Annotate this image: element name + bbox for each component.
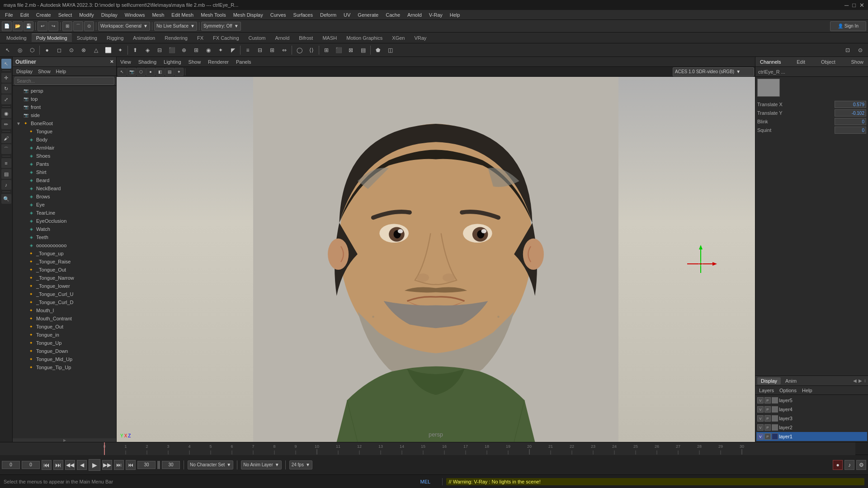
layer3-vis-btn[interactable]: V xyxy=(757,415,764,422)
menu-meshtools[interactable]: Mesh Tools xyxy=(198,11,229,19)
anim-settings-btn[interactable]: ⚙ xyxy=(856,460,866,470)
outliner-item-beard[interactable]: ◈ Beard xyxy=(13,176,116,184)
playback-goto-start[interactable]: ⏮ xyxy=(42,460,52,470)
outliner-item-mouth-l[interactable]: ✦ Mouth_l xyxy=(13,306,116,314)
ic-target-weld[interactable]: ⊞ xyxy=(190,45,202,56)
ic-fill-hole[interactable]: ⬛ xyxy=(166,45,178,56)
tb-new[interactable]: 📄 xyxy=(2,21,12,31)
outliner-item-tearline[interactable]: ◈ TearLine xyxy=(13,209,116,217)
tab-animation[interactable]: Animation xyxy=(128,34,160,42)
ic-wedge[interactable]: ◤ xyxy=(227,45,239,56)
channel-ty-input[interactable] xyxy=(835,109,866,117)
menu-file[interactable]: File xyxy=(2,11,16,19)
tb-undo[interactable]: ↩ xyxy=(38,21,47,31)
ic-sphere[interactable]: ● xyxy=(41,45,53,56)
tab-vray[interactable]: VRay xyxy=(410,34,431,42)
menu-surfaces[interactable]: Surfaces xyxy=(290,11,316,19)
ic-offset[interactable]: ⊟ xyxy=(254,45,266,56)
lt-select-tool[interactable]: ↖ xyxy=(1,59,11,69)
dp-menu-options[interactable]: Options xyxy=(778,388,798,393)
minimize-btn[interactable]: ─ xyxy=(844,2,849,9)
menu-arnold[interactable]: Arnold xyxy=(404,11,425,19)
channels-tab[interactable]: Channels xyxy=(758,59,783,65)
layer1-vis-btn[interactable]: V xyxy=(757,433,764,440)
menu-uv[interactable]: UV xyxy=(340,11,354,19)
ic-cube[interactable]: ◻ xyxy=(53,45,65,56)
layer5-vis-btn[interactable]: V xyxy=(757,397,764,404)
tb-snap-grid[interactable]: ⊞ xyxy=(62,21,72,31)
outliner-search-input[interactable] xyxy=(14,77,114,85)
outliner-item-tongue-up[interactable]: ✦ _Tongue_up xyxy=(13,249,116,258)
range-handle[interactable] xyxy=(157,461,160,469)
lt-rotate[interactable]: ↻ xyxy=(1,84,11,94)
tab-bifrost[interactable]: Bifrost xyxy=(294,34,317,42)
outliner-item-tongue-lower[interactable]: ✦ _Tongue_lower xyxy=(13,282,116,290)
ic-xray[interactable]: ◫ xyxy=(384,45,396,56)
ic-light[interactable]: ✦ xyxy=(114,45,126,56)
playback-goto-end[interactable]: ⏮ xyxy=(126,460,136,470)
sound-btn[interactable]: ♪ xyxy=(844,460,854,470)
vp-menu-shading[interactable]: Shading xyxy=(137,59,158,65)
ic-planar[interactable]: ▤ xyxy=(357,45,369,56)
ic-snap-view[interactable]: ⊡ xyxy=(842,45,854,56)
ic-paint[interactable]: ⬡ xyxy=(26,45,38,56)
tb-sign-in[interactable]: 👤 Sign In xyxy=(830,21,866,31)
menu-editmesh[interactable]: Edit Mesh xyxy=(168,11,197,19)
tab-modeling[interactable]: Modeling xyxy=(2,34,31,42)
viewport-canvas[interactable]: persp Y X Z xyxy=(117,77,755,442)
edit-tab[interactable]: Edit xyxy=(795,59,807,65)
outliner-item-tongue-raise[interactable]: ✦ _Tongue_Raise xyxy=(13,258,116,266)
playback-forward[interactable]: ▶▶ xyxy=(102,460,112,470)
auto-key-btn[interactable]: ● xyxy=(833,460,843,470)
outliner-item-teeth[interactable]: ◈ Teeth xyxy=(13,233,116,241)
layer1-pick-btn[interactable]: P xyxy=(764,433,771,440)
ic-bevel[interactable]: ◈ xyxy=(142,45,153,56)
tab-xgen[interactable]: XGen xyxy=(387,34,409,42)
vp-tb-xray[interactable]: ◧ xyxy=(156,68,165,76)
menu-create[interactable]: Create xyxy=(33,11,54,19)
outliner-item-neckbeard[interactable]: ◈ NeckBeard xyxy=(13,184,116,192)
outliner-item-eyeocclusion[interactable]: ◈ EyeOcclusion xyxy=(13,217,116,225)
outliner-item-tongue[interactable]: ✦ Tongue xyxy=(13,127,116,136)
outliner-item-tongue-tip-up[interactable]: ✦ Tongue_Tip_Up xyxy=(13,363,116,371)
ic-smooth[interactable]: ◯ xyxy=(293,45,305,56)
outliner-item-persp[interactable]: 📷 persp xyxy=(13,87,116,95)
maximize-btn[interactable]: □ xyxy=(852,2,856,9)
no-anim-layer-dropdown[interactable]: No Anim Layer ▼ xyxy=(241,460,282,469)
outliner-item-front[interactable]: 📷 front xyxy=(13,103,116,111)
workspace-dropdown[interactable]: Workspace: General ▼ xyxy=(98,22,150,31)
playback-prev-key[interactable]: ⏭ xyxy=(53,460,63,470)
menu-generate[interactable]: Generate xyxy=(354,11,382,19)
outliner-item-tongue-out2[interactable]: ✦ Tongue_Out xyxy=(13,323,116,331)
tab-arnold[interactable]: Arnold xyxy=(270,34,294,42)
outliner-item-tongue-curl-d[interactable]: ✦ _Tongue_Curl_D xyxy=(13,298,116,306)
ic-circularize[interactable]: ◉ xyxy=(203,45,214,56)
playback-back[interactable]: ◀ xyxy=(77,460,87,470)
layer5-pick-btn[interactable]: P xyxy=(764,397,771,404)
channel-squint-input[interactable] xyxy=(835,127,866,134)
outliner-close[interactable]: ✕ xyxy=(110,59,113,64)
vp-tb-wireframe[interactable]: ⬡ xyxy=(137,68,146,76)
lt-soft-select[interactable]: ◉ xyxy=(1,108,11,118)
tab-fx[interactable]: FX xyxy=(193,34,208,42)
lt-sculpt[interactable]: ✏ xyxy=(1,119,11,129)
layer4-pick-btn[interactable]: P xyxy=(764,406,771,413)
vp-menu-panels[interactable]: Panels xyxy=(234,59,253,65)
window-controls[interactable]: ─ □ ✕ xyxy=(844,2,864,9)
vp-tb-camera[interactable]: 📷 xyxy=(127,68,136,76)
ic-viewport-shade[interactable]: ⬟ xyxy=(372,45,384,56)
ic-torus[interactable]: ⊗ xyxy=(78,45,90,56)
ic-insert-edge[interactable]: ⊞ xyxy=(266,45,278,56)
outliner-item-tongue-mid-up[interactable]: ✦ Tongue_Mid_Up xyxy=(13,355,116,363)
channel-blink-input[interactable] xyxy=(835,118,866,125)
dp-menu-layers[interactable]: Layers xyxy=(757,388,776,393)
outliner-resize-handle[interactable]: ▶ xyxy=(13,438,116,442)
outliner-item-armhair[interactable]: ◈ ArmHair xyxy=(13,144,116,152)
outliner-item-shoes[interactable]: ◈ Shoes xyxy=(13,152,116,160)
vp-tb-select[interactable]: ↖ xyxy=(118,68,127,76)
tab-custom[interactable]: Custom xyxy=(244,34,270,42)
channel-tx-input[interactable] xyxy=(835,101,866,108)
outliner-item-top[interactable]: 📷 top xyxy=(13,95,116,103)
ic-cone[interactable]: △ xyxy=(90,45,102,56)
dp-prev-btn[interactable]: ◀ xyxy=(853,378,857,383)
